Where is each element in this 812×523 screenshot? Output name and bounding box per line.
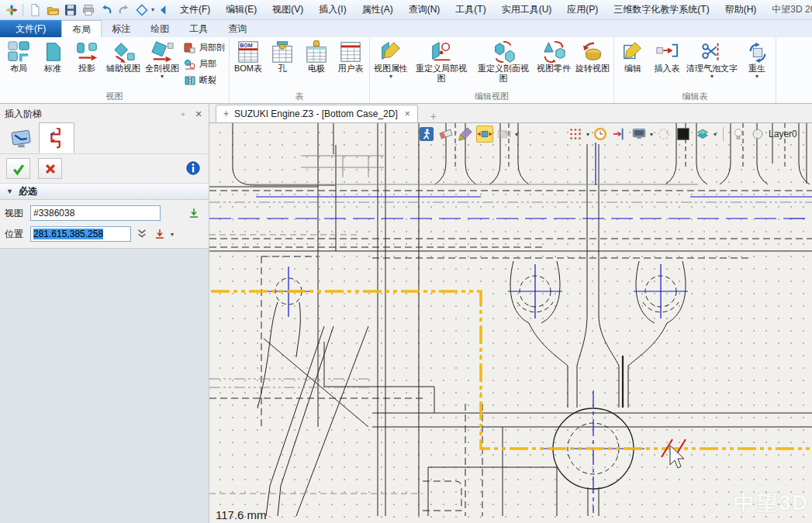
dropdown-icon[interactable]: ▾: [714, 132, 717, 137]
ribbon-button-standard[interactable]: 标准: [36, 39, 70, 74]
menu-view[interactable]: 视图(V): [264, 2, 311, 18]
panel-empty-area: [0, 248, 209, 523]
dropdown-icon[interactable]: ▾: [710, 74, 714, 79]
ribbon-button-view-part[interactable]: 视图零件: [534, 39, 573, 74]
dashed-circle-icon[interactable]: [655, 126, 672, 143]
walk-icon[interactable]: [418, 126, 435, 143]
menu-insert[interactable]: 插入(I): [311, 2, 354, 18]
drawing-canvas[interactable]: ▾▾▾▾Layer0: [209, 123, 812, 523]
position-field[interactable]: 281.615,385.258: [30, 226, 131, 242]
toolbar-separator: [723, 127, 724, 141]
layers-icon[interactable]: [694, 126, 711, 143]
clock-icon[interactable]: [592, 126, 609, 143]
menu-tools[interactable]: 工具(T): [447, 2, 493, 18]
new-file-icon[interactable]: [26, 2, 43, 18]
brush-icon[interactable]: [457, 126, 474, 143]
dropdown-icon[interactable]: ▾: [755, 74, 758, 79]
ribbon-button-auxiliary-view[interactable]: 辅助视图: [104, 39, 143, 74]
snap-line-icon[interactable]: [611, 126, 628, 143]
menu-applications[interactable]: 应用(P): [559, 2, 606, 18]
black-square-swatch[interactable]: [675, 126, 692, 143]
undo-icon[interactable]: [98, 2, 114, 18]
required-section-header[interactable]: ▼ 必选: [0, 183, 209, 200]
circle-swatch-icon[interactable]: [749, 126, 766, 143]
menu-attributes[interactable]: 属性(A): [354, 2, 401, 18]
view-field[interactable]: #3386038: [30, 205, 161, 221]
ribbon-button-hole[interactable]: 孔: [265, 39, 299, 74]
back-icon[interactable]: [155, 2, 171, 18]
panel-minimize-button[interactable]: ▫: [178, 108, 188, 119]
ribbon-button-edit[interactable]: 编辑: [616, 39, 650, 74]
ribbon-button-local-section[interactable]: 局部剖: [181, 40, 227, 56]
document-tab[interactable]: + SUZUKI Engine.Z3 - [Bottom Case_2D] ×: [216, 105, 418, 122]
menu-file[interactable]: 文件(F): [172, 2, 218, 18]
ribbon-button-label: 局部: [199, 58, 216, 70]
view-navigation-icon[interactable]: [133, 2, 150, 18]
ribbon-button-bom-table[interactable]: BOMBOM表: [231, 39, 265, 74]
new-tab-button[interactable]: +: [426, 110, 441, 122]
document-close-icon[interactable]: ×: [403, 108, 410, 119]
ribbon-button-user-table[interactable]: 用户表: [333, 39, 368, 74]
menu-help[interactable]: 帮助(H): [717, 2, 765, 18]
menu-inquire[interactable]: 查询(N): [401, 2, 448, 18]
insert-step-panel: 插入阶梯 ▫ ✕ ▼ 必选 视图 #3386038 位置 281.615: [0, 104, 209, 523]
pick-point-dropdown-icon[interactable]: ▾: [171, 232, 174, 237]
layer-selector[interactable]: Layer0: [769, 129, 797, 139]
drag-view-icon[interactable]: [476, 126, 493, 143]
view-navigation-dropdown-icon[interactable]: ▾: [151, 6, 154, 13]
menu-education-system[interactable]: 三维数字化教学系统(T): [606, 2, 717, 18]
menu-edit[interactable]: 编辑(E): [218, 2, 264, 18]
ribbon-tab-tools[interactable]: 工具: [179, 20, 218, 37]
ribbon-button-electrode[interactable]: 电极: [299, 39, 333, 74]
ribbon-tab-drawing[interactable]: 绘图: [140, 20, 179, 37]
pick-point-icon[interactable]: [153, 227, 167, 241]
expand-more-icon[interactable]: [135, 227, 149, 241]
menu-utilities[interactable]: 实用工具(U): [494, 2, 560, 18]
dropdown-icon[interactable]: ▾: [389, 74, 392, 79]
bulb-icon[interactable]: [730, 126, 747, 143]
dropdown-icon[interactable]: ▾: [161, 74, 164, 79]
ribbon-button-insert-table[interactable]: 插入表: [650, 39, 684, 74]
panel-tab-preview[interactable]: [3, 124, 39, 153]
insert-view-icon[interactable]: [187, 206, 201, 220]
info-icon[interactable]: [185, 160, 202, 177]
ribbon-button-rotate-view[interactable]: 旋转视图: [573, 39, 612, 74]
ribbon-group-table: BOMBOM表孔电极用户表表: [230, 37, 370, 103]
ribbon-button-label: 旋转视图: [575, 64, 610, 74]
cancel-button[interactable]: [38, 158, 62, 179]
dropdown-icon[interactable]: ▾: [586, 132, 589, 137]
open-file-icon[interactable]: [44, 2, 60, 18]
ribbon-button-clean-bubble-text[interactable]: 清理气泡文字▾: [684, 39, 740, 79]
ribbon-button-break[interactable]: 断裂: [181, 72, 227, 88]
dropdown-icon[interactable]: ▾: [650, 132, 653, 137]
dot-grid-icon[interactable]: [567, 126, 584, 143]
ribbon-tab-annotation[interactable]: 标注: [102, 20, 140, 37]
ribbon-tab-layout[interactable]: 布局: [61, 20, 102, 37]
standard-view-icon: [41, 40, 64, 64]
svg-text:BOM: BOM: [240, 43, 253, 48]
panel-close-button[interactable]: ✕: [193, 108, 204, 119]
ribbon-button-layout[interactable]: 布局: [2, 39, 36, 74]
ribbon-button-local[interactable]: 局部: [181, 56, 227, 72]
ribbon-button-full-section-view[interactable]: 全剖视图▾: [143, 39, 181, 79]
eraser-icon[interactable]: [437, 126, 454, 143]
ribbon-button-view-attributes[interactable]: 视图属性▾: [371, 39, 410, 79]
ribbon-tab-inquire[interactable]: 查询: [218, 20, 257, 37]
dropdown-icon[interactable]: ▾: [515, 132, 518, 137]
ribbon-button-redefine-local-view[interactable]: 重定义局部视图: [410, 39, 472, 84]
document-icon: +: [223, 108, 229, 119]
camera-icon[interactable]: [496, 126, 513, 143]
ok-button[interactable]: [6, 158, 30, 179]
monitor-icon[interactable]: [631, 126, 648, 143]
ribbon-button-redefine-section-view[interactable]: 重定义剖面视图: [472, 39, 534, 84]
redo-icon[interactable]: [116, 2, 132, 18]
required-section-label: 必选: [19, 185, 37, 198]
user-table-icon: [339, 40, 362, 64]
collapse-icon: ▼: [6, 188, 13, 195]
ribbon-button-projection[interactable]: 投影: [70, 39, 104, 74]
panel-tab-step[interactable]: [39, 122, 74, 153]
save-icon[interactable]: [62, 2, 78, 18]
ribbon-button-regen-table[interactable]: 重生▾: [740, 39, 774, 79]
print-icon[interactable]: [80, 2, 96, 18]
ribbon-tab-file[interactable]: 文件(F): [0, 20, 61, 37]
